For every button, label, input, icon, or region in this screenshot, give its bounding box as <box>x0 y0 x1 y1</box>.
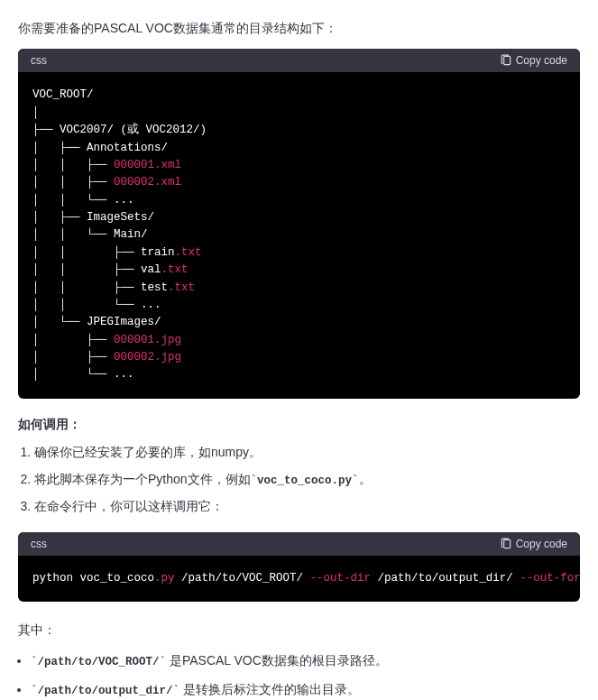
lang-label: css <box>31 538 47 550</box>
copy-code-label: Copy code <box>516 54 567 67</box>
lang-label: css <box>31 54 47 67</box>
intro-text: 你需要准备的PASCAL VOC数据集通常的目录结构如下： <box>18 18 580 38</box>
step-3-text: 在命令行中，你可以这样调用它： <box>34 499 224 513</box>
step-2-code: `voc_to_coco.py` <box>251 474 359 487</box>
code-block-2: css Copy code python voc_to_coco.py /pat… <box>18 532 580 602</box>
clipboard-icon <box>500 54 512 67</box>
clipboard-icon <box>500 538 512 550</box>
bullet-2-code: `/path/to/output_dir/` <box>31 685 179 697</box>
step-2-post: 。 <box>359 472 372 486</box>
bullet-2: `/path/to/output_dir/` 是转换后标注文件的输出目录。 <box>31 679 580 700</box>
step-2-pre: 将此脚本保存为一个Python文件，例如 <box>34 472 251 486</box>
svg-rect-1 <box>503 539 510 548</box>
code-content-2: python voc_to_coco.py /path/to/VOC_ROOT/… <box>18 556 580 602</box>
step-2: 将此脚本保存为一个Python文件，例如`voc_to_coco.py`。 <box>34 469 580 491</box>
bullet-1-suffix: 是PASCAL VOC数据集的根目录路径。 <box>166 653 388 668</box>
copy-code-button[interactable]: Copy code <box>500 54 567 67</box>
copy-code-button[interactable]: Copy code <box>500 538 567 550</box>
bullet-1-code: `/path/to/VOC_ROOT/` <box>31 656 166 668</box>
wherein-text: 其中： <box>18 620 580 640</box>
code-header-2: css Copy code <box>18 532 580 556</box>
steps-list: 确保你已经安装了必要的库，如numpy。 将此脚本保存为一个Python文件，例… <box>18 442 580 518</box>
bullet-2-suffix: 是转换后标注文件的输出目录。 <box>179 682 360 696</box>
step-1: 确保你已经安装了必要的库，如numpy。 <box>34 442 580 464</box>
code-header-1: css Copy code <box>18 49 580 72</box>
bullet-list: `/path/to/VOC_ROOT/` 是PASCAL VOC数据集的根目录路… <box>18 650 580 700</box>
copy-code-label: Copy code <box>516 538 567 550</box>
section-heading: 如何调用： <box>18 417 580 433</box>
code-block-1: css Copy code VOC_ROOT/ │ ├── VOC2007/ (… <box>18 49 580 398</box>
bullet-1: `/path/to/VOC_ROOT/` 是PASCAL VOC数据集的根目录路… <box>31 650 580 672</box>
step-1-text: 确保你已经安装了必要的库，如numpy。 <box>34 445 262 459</box>
step-3: 在命令行中，你可以这样调用它： <box>34 496 580 518</box>
code-content-1: VOC_ROOT/ │ ├── VOC2007/ (或 VOC2012/) │ … <box>18 72 580 398</box>
svg-rect-0 <box>503 57 510 65</box>
